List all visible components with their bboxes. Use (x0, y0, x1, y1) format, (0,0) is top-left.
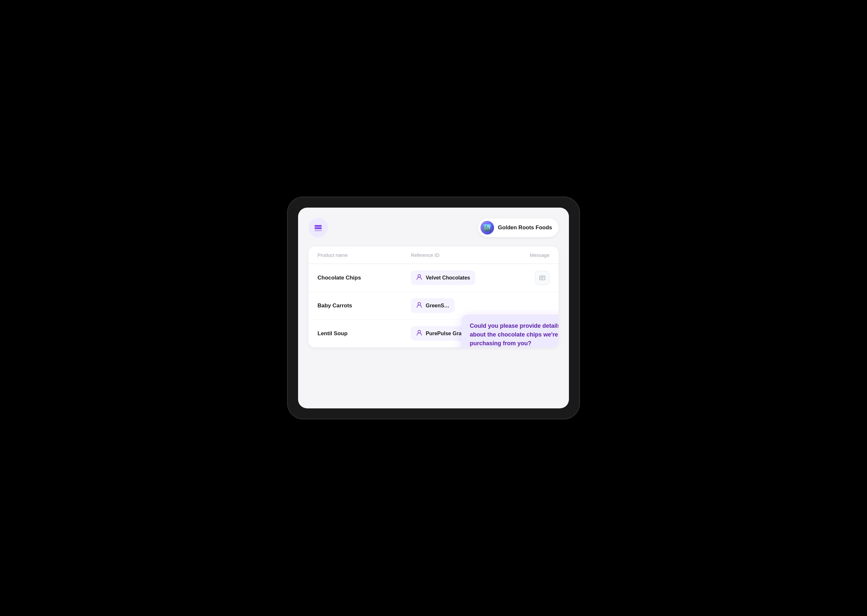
reference-cell-chocolate-chips: Velvet Chocolates (411, 270, 504, 285)
svg-rect-2 (315, 229, 322, 231)
company-avatar: 🏙️ (480, 221, 494, 234)
product-name-baby-carrots: Baby Carrots (318, 302, 411, 309)
product-name-lentil-soup: Lentil Soup (318, 330, 411, 337)
svg-point-7 (418, 302, 420, 305)
company-name: Golden Roots Foods (498, 225, 552, 231)
app-screen: 🏙️ Golden Roots Foods Product name Refer… (298, 207, 569, 409)
svg-point-8 (418, 330, 420, 333)
col-product-name: Product name (318, 252, 411, 258)
reference-badge-greens: GreenS… (411, 298, 455, 313)
header: 🏙️ Golden Roots Foods (308, 218, 559, 237)
table-row: Chocolate Chips Velvet Chocolates (308, 264, 559, 292)
company-avatar-icon: 🏙️ (483, 224, 491, 231)
tooltip-text: Could you please provide details about t… (470, 322, 559, 347)
reference-badge-velvet: Velvet Chocolates (411, 270, 475, 285)
col-reference-id: Reference ID (411, 252, 504, 258)
user-icon (416, 273, 422, 282)
user-icon (416, 329, 422, 338)
tooltip-bubble: Could you please provide details about t… (461, 314, 559, 347)
device-frame: 🏙️ Golden Roots Foods Product name Refer… (288, 197, 579, 419)
user-icon (416, 302, 422, 310)
reference-name-velvet: Velvet Chocolates (426, 275, 470, 281)
company-badge: 🏙️ Golden Roots Foods (478, 218, 559, 237)
message-btn-chocolate (504, 271, 549, 285)
message-icon-chocolate[interactable] (535, 271, 549, 285)
product-name-chocolate-chips: Chocolate Chips (318, 275, 411, 281)
reference-cell-baby-carrots: GreenS… (411, 298, 504, 313)
svg-rect-0 (315, 225, 322, 227)
logo-icon (308, 218, 328, 237)
product-table: Product name Reference ID Message Chocol… (308, 247, 559, 347)
svg-rect-4 (540, 276, 545, 280)
table-header: Product name Reference ID Message (308, 247, 559, 264)
reference-name-greens: GreenS… (426, 303, 449, 309)
svg-rect-1 (315, 227, 322, 229)
svg-point-3 (418, 275, 420, 277)
col-message: Message (504, 252, 549, 258)
